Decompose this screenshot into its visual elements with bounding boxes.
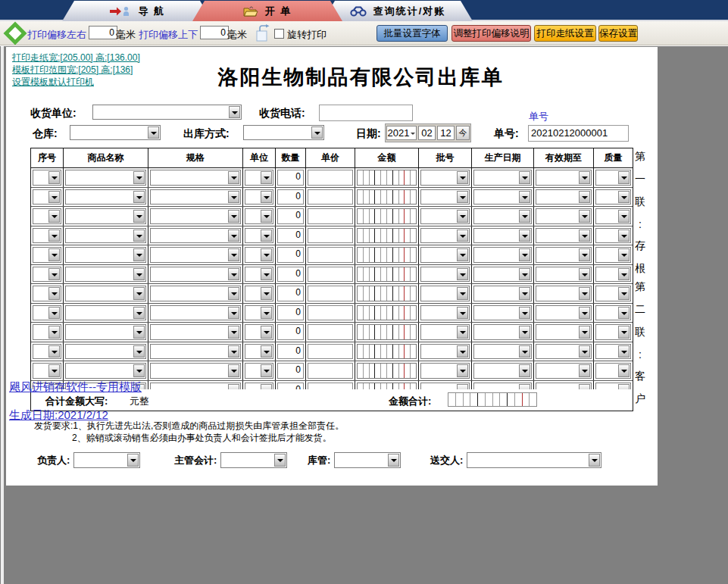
product-name-combobox[interactable] [65,189,146,205]
production-date-combobox[interactable] [473,189,532,205]
rotate-print-checkbox[interactable] [274,29,284,39]
dropdown-arrow-icon[interactable] [457,248,468,261]
adjust-offset-help-button[interactable]: 调整打印偏移说明 [451,25,531,42]
dropdown-arrow-icon[interactable] [229,106,240,118]
batch-no-combobox[interactable] [420,189,470,205]
dropdown-arrow-icon[interactable] [519,345,530,358]
dropdown-arrow-icon[interactable] [228,345,239,358]
tab-billing[interactable]: 开 单 [192,1,342,21]
dropdown-arrow-icon[interactable] [261,171,272,184]
unit-combobox[interactable] [245,286,273,301]
today-button[interactable]: 今 [456,126,470,140]
tab-query-statistics[interactable]: 查询统计/对账 [323,1,473,21]
unit-combobox[interactable] [245,344,273,360]
spec-combobox[interactable] [150,344,241,360]
quantity-input[interactable]: 0 [277,228,304,244]
dropdown-arrow-icon[interactable] [579,326,590,339]
spec-combobox[interactable] [150,170,241,186]
dropdown-arrow-icon[interactable] [579,364,590,377]
spec-combobox[interactable] [150,208,241,224]
production-date-combobox[interactable] [473,324,532,340]
dropdown-arrow-icon[interactable] [457,268,468,281]
tab-navigation[interactable]: 导 航 [62,1,212,21]
offset-lr-input[interactable]: 0 [89,26,117,39]
dropdown-arrow-icon[interactable] [133,287,145,300]
unit-combobox[interactable] [245,247,273,263]
unit-price-input[interactable] [308,267,353,283]
dropdown-arrow-icon[interactable] [618,171,630,184]
production-date-combobox[interactable] [473,344,532,360]
dropdown-arrow-icon[interactable] [228,210,239,223]
expiry-date-combobox[interactable] [536,247,592,263]
production-date-combobox[interactable] [473,267,532,283]
dropdown-arrow-icon[interactable] [457,210,468,223]
dropdown-arrow-icon[interactable] [261,210,272,223]
dropdown-arrow-icon[interactable] [519,268,530,281]
dropdown-arrow-icon[interactable] [48,307,60,320]
dropdown-arrow-icon[interactable] [261,230,272,242]
dropdown-arrow-icon[interactable] [133,248,145,261]
expiry-date-combobox[interactable] [536,228,592,244]
dropdown-arrow-icon[interactable] [228,287,239,300]
dropdown-arrow-icon[interactable] [133,230,145,242]
quality-combobox[interactable] [595,286,631,301]
expiry-date-combobox[interactable] [536,324,592,340]
dropdown-arrow-icon[interactable] [579,345,590,358]
seq-combobox[interactable] [33,228,61,244]
spec-combobox[interactable] [150,305,241,321]
template-range-link[interactable]: 模板打印范围宽:[205] 高:[136] [12,64,140,76]
quantity-input[interactable]: 0 [277,344,304,360]
dropdown-arrow-icon[interactable] [457,287,468,300]
dropdown-arrow-icon[interactable] [228,326,239,339]
dropdown-arrow-icon[interactable] [618,191,630,204]
dropdown-arrow-icon[interactable] [457,230,468,242]
dropdown-arrow-icon[interactable] [274,454,286,467]
seq-combobox[interactable] [33,267,61,283]
spec-combobox[interactable] [150,324,241,340]
dropdown-arrow-icon[interactable] [519,326,530,339]
dropdown-arrow-icon[interactable] [519,248,530,261]
quality-combobox[interactable] [595,208,631,224]
expiry-date-combobox[interactable] [536,363,592,379]
dropdown-arrow-icon[interactable] [261,248,272,261]
dropdown-arrow-icon[interactable] [457,191,468,204]
production-date-combobox[interactable] [473,286,532,301]
spec-combobox[interactable] [150,228,241,244]
dropdown-arrow-icon[interactable] [48,171,60,184]
unit-price-input[interactable] [308,228,353,244]
seq-combobox[interactable] [33,208,61,224]
dropdown-arrow-icon[interactable] [228,307,239,320]
date-year-box[interactable]: 2021 [386,126,417,140]
offset-ud-input[interactable]: 0 [200,26,229,39]
production-date-combobox[interactable] [473,247,532,263]
receiver-combobox[interactable] [92,105,242,120]
unit-price-input[interactable] [308,189,353,205]
quantity-input[interactable]: 0 [277,208,304,224]
dropdown-arrow-icon[interactable] [579,268,590,281]
dropdown-arrow-icon[interactable] [261,268,272,281]
dropdown-arrow-icon[interactable] [311,126,323,139]
save-settings-button[interactable]: 保存设置 [598,25,638,42]
seq-combobox[interactable] [33,189,61,205]
quality-combobox[interactable] [595,189,631,205]
dropdown-arrow-icon[interactable] [48,191,60,204]
seq-combobox[interactable] [33,344,61,360]
unit-combobox[interactable] [245,170,273,186]
batch-no-combobox[interactable] [420,324,470,340]
expiry-date-combobox[interactable] [536,170,592,186]
production-date-combobox[interactable] [473,305,532,321]
dropdown-arrow-icon[interactable] [133,171,145,184]
dropdown-arrow-icon[interactable] [261,191,272,204]
dropdown-arrow-icon[interactable] [228,230,239,242]
dropdown-arrow-icon[interactable] [618,210,630,223]
dropdown-arrow-icon[interactable] [589,454,600,467]
dropdown-arrow-icon[interactable] [388,454,399,467]
dropdown-arrow-icon[interactable] [228,364,239,377]
quantity-input[interactable]: 0 [277,305,304,321]
ship-method-combobox[interactable] [243,125,324,140]
unit-combobox[interactable] [245,324,273,340]
dropdown-arrow-icon[interactable] [519,171,530,184]
dropdown-arrow-icon[interactable] [148,126,159,139]
dropdown-arrow-icon[interactable] [48,230,60,242]
dropdown-arrow-icon[interactable] [133,268,145,281]
